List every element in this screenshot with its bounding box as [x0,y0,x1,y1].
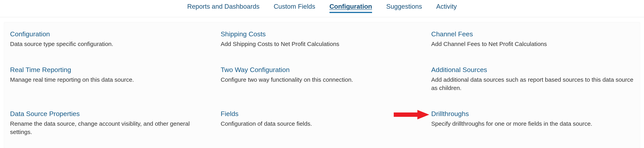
card-desc: Rename the data source, change account v… [10,120,213,136]
card-desc: Add Shipping Costs to Net Profit Calcula… [221,40,424,48]
card-title-data-source-properties[interactable]: Data Source Properties [10,110,213,118]
content-area: Configuration Data source type specific … [4,22,640,148]
tabs-container: Reports and Dashboards Custom Fields Con… [0,0,644,17]
card-drillthroughs: Drillthroughs Specify drillthroughs for … [431,110,634,136]
card-shipping-costs: Shipping Costs Add Shipping Costs to Net… [221,30,424,48]
card-desc: Data source type specific configuration. [10,40,213,48]
card-title-configuration[interactable]: Configuration [10,30,213,38]
card-title-fields[interactable]: Fields [221,110,424,118]
card-title-two-way-configuration[interactable]: Two Way Configuration [221,66,424,74]
arrow-annotation-icon [394,109,429,120]
card-desc: Configuration of data source fields. [221,120,424,128]
card-title-channel-fees[interactable]: Channel Fees [431,30,634,38]
card-title-drillthroughs[interactable]: Drillthroughs [431,110,634,118]
card-two-way-configuration: Two Way Configuration Configure two way … [221,66,424,92]
card-desc: Add additional data sources such as repo… [431,76,634,92]
tab-activity[interactable]: Activity [436,3,457,13]
card-channel-fees: Channel Fees Add Channel Fees to Net Pro… [431,30,634,48]
svg-marker-1 [418,110,429,119]
config-grid: Configuration Data source type specific … [10,30,634,136]
card-title-real-time-reporting[interactable]: Real Time Reporting [10,66,213,74]
card-configuration: Configuration Data source type specific … [10,30,213,48]
tab-suggestions[interactable]: Suggestions [386,3,422,13]
card-real-time-reporting: Real Time Reporting Manage real time rep… [10,66,213,92]
card-additional-sources: Additional Sources Add additional data s… [431,66,634,92]
card-desc: Manage real time reporting on this data … [10,76,213,84]
tab-configuration[interactable]: Configuration [330,3,372,13]
tab-reports-and-dashboards[interactable]: Reports and Dashboards [187,3,260,13]
card-desc: Configure two way functionality on this … [221,76,424,84]
card-title-shipping-costs[interactable]: Shipping Costs [221,30,424,38]
card-title-additional-sources[interactable]: Additional Sources [431,66,634,74]
card-desc: Specify drillthroughs for one or more fi… [431,120,634,128]
tab-custom-fields[interactable]: Custom Fields [274,3,315,13]
card-fields: Fields Configuration of data source fiel… [221,110,424,136]
card-desc: Add Channel Fees to Net Profit Calculati… [431,40,634,48]
card-data-source-properties: Data Source Properties Rename the data s… [10,110,213,136]
